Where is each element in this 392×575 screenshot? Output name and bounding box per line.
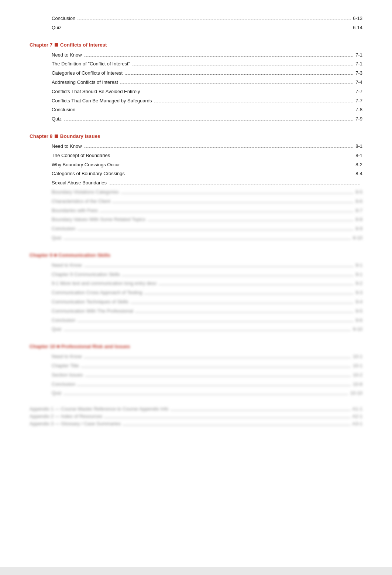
toc-entry-blurred: Quiz 10-10 [30,389,362,397]
toc-entry-blurred: Chapter Title 10-1 [30,362,362,370]
toc-entry: The Concept of Boundaries 8-1 [30,152,362,160]
toc-entry: Categories of Conflicts of Interest 7-3 [30,69,362,77]
chapter-7-label: Chapter 7 Conflicts of Interest [30,42,107,48]
toc-entry-blurred: 9-1 More text and communication long ent… [30,280,362,288]
appendix-row-3: Appendix 3 — Glossary / Case Summaries A… [30,421,362,426]
appendix-row-2: Appendix 2 — Index of Resources A2-1 [30,414,362,419]
chapter-7-heading: Chapter 7 Conflicts of Interest [30,42,362,48]
chapter-square-icon [55,135,58,138]
dot-leader [78,20,351,20]
page-number: 6-13 [353,15,362,23]
chapter-9-entries: Need to Know 9-1 Chapter 9 Communication… [30,262,362,333]
toc-entry: Why Boundary Crossings Occur 8-2 [30,161,362,169]
toc-entry: Conflicts That Can Be Managed by Safegua… [30,97,362,105]
toc-entry-blurred: Conclusion 9-6 [30,317,362,324]
dot-leader [64,29,351,29]
toc-entry-blurred: Section Issues 10-2 [30,371,362,379]
toc-entry-blurred: Communication Techniques of Skills 9-4 [30,298,362,306]
toc-entry: Sexual Abuse Boundaries [30,179,362,187]
toc-entry: Categories of Boundary Crossings 8-4 [30,170,362,178]
toc-entry-blurred: Boundaries with Fees 8-7 [30,207,362,215]
toc-entry: Need to Know 8-1 [30,143,362,150]
toc-entry: Need to Know 7-1 [30,51,362,59]
toc-entry-blurred: Communication Cross Approach of Testing … [30,289,362,297]
toc-entry-blurred: Need to Know 9-1 [30,262,362,269]
bottom-bar [0,567,392,575]
toc-entry-blurred: Need to Know 10-1 [30,353,362,361]
toc-entry: Conclusion 7-8 [30,106,362,114]
toc-entry-blurred: Quiz 9-10 [30,326,362,333]
toc-label: Conclusion [52,15,75,23]
toc-entry-blurred: Conclusion 10-8 [30,381,362,388]
toc-label: Quiz [52,24,62,32]
toc-entry-blurred: Boundary Violations Categories 8-5 [30,188,362,196]
toc-conclusion-6: Conclusion 6-13 [30,15,362,23]
toc-quiz-6: Quiz 6-14 [30,24,362,32]
toc-entry-blurred: Communication With The Professional 9-5 [30,307,362,315]
chapter-10-entries: Need to Know 10-1 Chapter Title 10-1 Sec… [30,353,362,397]
page-number: 6-14 [353,24,362,32]
chapter-square-icon [55,43,58,47]
toc-entry: Conflicts That Should Be Avoided Entirel… [30,88,362,96]
chapter-8-heading: Chapter 8 Boundary Issues [30,133,362,139]
chapter-8-label: Chapter 8 Boundary Issues [30,133,100,139]
toc-entry: Addressing Conflicts of Interest 7-4 [30,79,362,86]
chapter-7-entries: Need to Know 7-1 The Definition of "Conf… [30,51,362,123]
toc-entry-blurred: Characteristics of the Client 8-6 [30,198,362,205]
appendices-section: Appendix 1 — Course Master Reference to … [30,406,362,426]
toc-entry-blurred: Boundary Values With Some Related Topics… [30,216,362,224]
chapter-8-entries: Need to Know 8-1 The Concept of Boundari… [30,143,362,242]
chapter-10-heading: Chapter 10 ■ Professional Risk and Issue… [30,344,362,349]
toc-entry: The Definition of "Conflict of Interest"… [30,60,362,68]
prev-chapter-entries: Conclusion 6-13 Quiz 6-14 [30,15,362,32]
appendix-row-1: Appendix 1 — Course Master Reference to … [30,406,362,412]
chapter-9-heading: Chapter 9 ■ Communication Skills [30,252,362,258]
toc-entry-blurred: Quiz 8-10 [30,234,362,242]
toc-entry-blurred: Chapter 9 Communication Skills 9-1 [30,271,362,279]
toc-entry-blurred: Conclusion 8-9 [30,225,362,233]
toc-entry: Quiz 7-9 [30,115,362,123]
